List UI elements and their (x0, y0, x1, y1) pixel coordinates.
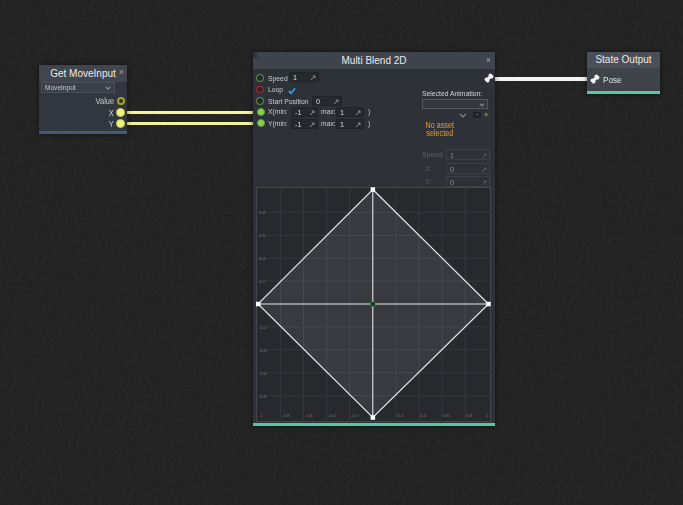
svg-text:-0.4: -0.4 (328, 413, 336, 418)
svg-text:0.8: 0.8 (259, 210, 266, 215)
svg-text:0.2: 0.2 (259, 279, 266, 284)
svg-text:-0.6: -0.6 (305, 413, 313, 418)
svg-text:0.6: 0.6 (443, 413, 450, 418)
svg-text:-0.8: -0.8 (259, 394, 267, 399)
svg-text:0.6: 0.6 (259, 233, 266, 238)
svg-text:0.2: 0.2 (397, 413, 404, 418)
svg-text:-0.4: -0.4 (259, 348, 267, 353)
svg-text:-0.2: -0.2 (259, 325, 267, 330)
svg-text:-0.2: -0.2 (351, 413, 359, 418)
svg-text:0.4: 0.4 (259, 256, 266, 261)
svg-text:0.8: 0.8 (466, 413, 473, 418)
svg-text:0.4: 0.4 (420, 413, 427, 418)
svg-text:-1: -1 (259, 413, 263, 418)
svg-text:-0.8: -0.8 (282, 413, 290, 418)
svg-text:-0.6: -0.6 (259, 371, 267, 376)
